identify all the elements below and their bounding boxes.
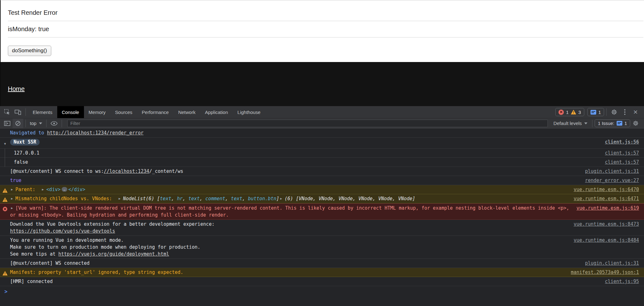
devtools-panel: ElementsConsoleMemorySourcesPerformanceN… (0, 106, 644, 306)
error-warning-counts[interactable]: ✕ 1 3 (555, 108, 584, 116)
row-icon-slot (0, 159, 14, 160)
source-location-link[interactable]: vue.runtime.esm.js:619 (576, 205, 639, 212)
console-row-log: truerender_error.vue:27 (0, 176, 644, 185)
expander-icon[interactable]: ▶ (280, 197, 282, 200)
source-location-link[interactable]: client.js:57 (605, 159, 639, 166)
close-devtools-icon[interactable]: × (630, 107, 641, 117)
live-expression-eye-icon[interactable] (49, 119, 59, 128)
console-row-warn: ▶Mismatching childNodes vs. VNodes: ▶Nod… (0, 194, 644, 203)
console-url-link[interactable]: https://github.com/vuejs/vue-devtools (10, 228, 115, 234)
console-sidebar-toggle-icon[interactable] (2, 119, 13, 128)
source-location-link[interactable]: client.js:95 (605, 278, 639, 285)
console-text: </div> (68, 187, 85, 192)
expander-icon[interactable]: ▶ (11, 206, 13, 210)
console-url-link[interactable]: //localhost:1234 (104, 168, 149, 174)
dom-ellipsis-button[interactable]: … (62, 187, 68, 192)
source-location-link[interactable]: plugin.client.js:31 (585, 260, 639, 267)
group-expander-icon[interactable]: ▼ (4, 139, 6, 147)
chevron-down-icon (39, 122, 42, 124)
row-icon-slot (0, 269, 10, 275)
console-text: , (183, 196, 188, 201)
console-url-link[interactable]: https://vuejs.org/guide/deployment.html (58, 251, 169, 257)
settings-gear-icon[interactable] (609, 107, 619, 117)
console-row-log: Navigated to http://localhost:1234/rende… (0, 128, 644, 138)
inspect-element-icon[interactable] (2, 107, 13, 117)
page-content: Test Render Error isMonday: true doSomet… (0, 0, 644, 62)
issues-button[interactable]: 1 Issue: 1 (595, 119, 630, 127)
context-label: top (30, 121, 36, 126)
console-text: Download the Vue Devtools extension for … (10, 221, 214, 227)
source-location-link[interactable]: vue.runtime.esm.js:6471 (574, 195, 639, 202)
console-message: ▶Parent: ▶<div>…</div> (10, 186, 568, 193)
tab-lighthouse[interactable]: Lighthouse (233, 106, 265, 118)
source-location-link[interactable]: manifest.20573a49.json:1 (571, 269, 639, 276)
browser-window: Test Render Error isMonday: true doSomet… (0, 0, 644, 306)
tab-memory[interactable]: Memory (84, 106, 110, 118)
row-icon-slot (0, 186, 10, 193)
expander-icon[interactable]: ▶ (42, 188, 44, 191)
clear-console-icon[interactable] (13, 119, 23, 128)
console-text: button.btn (248, 196, 276, 201)
console-prompt[interactable]: > (0, 286, 644, 294)
filter-input[interactable] (67, 120, 548, 127)
source-location-link[interactable]: vue.runtime.esm.js:6470 (574, 186, 639, 193)
do-something-button[interactable]: doSomething() (8, 46, 51, 56)
source-location-link[interactable]: client.js:57 (605, 150, 639, 156)
console-text: Manifest: property 'start_url' ignored, … (10, 269, 183, 275)
page-title: Test Render Error (8, 9, 644, 16)
console-row-log: You are running Vue in development mode.… (0, 236, 644, 259)
tab-sources[interactable]: Sources (110, 106, 137, 118)
issues-count-badge[interactable]: 1 (587, 108, 604, 116)
console-message: Download the Vue Devtools extension for … (10, 221, 568, 235)
row-icon-slot (0, 195, 10, 202)
issues-icon (617, 121, 622, 126)
source-location-link[interactable]: plugin.client.js:31 (585, 168, 639, 175)
tab-console[interactable]: Console (57, 106, 84, 118)
divider (25, 108, 26, 116)
console-text: true (10, 178, 21, 183)
divider (8, 37, 643, 37)
tab-performance[interactable]: Performance (137, 106, 174, 118)
tab-network[interactable]: Network (174, 106, 200, 118)
console-row-group: ▼Nuxt SSRclient.js:56 (0, 138, 644, 149)
row-icon-slot (0, 205, 10, 212)
row-icon-slot (0, 278, 10, 279)
console-text: 127.0.0.1 (14, 150, 39, 156)
source-location-link[interactable]: client.js:56 (605, 139, 639, 145)
console-url-link[interactable]: http://localhost:1234/render_error (47, 130, 143, 136)
issues-icon (591, 110, 596, 115)
source-location-link[interactable]: render_error.vue:27 (585, 177, 639, 184)
console-text: text (160, 196, 171, 201)
group-title-badge[interactable]: Nuxt SSR (10, 139, 40, 145)
tab-application[interactable]: Application (200, 106, 233, 118)
console-row-log: Download the Vue Devtools extension for … (0, 220, 644, 236)
console-message: false (14, 159, 599, 166)
console-message: Manifest: property 'start_url' ignored, … (10, 269, 565, 276)
expander-icon[interactable]: ▶ (11, 197, 13, 200)
console-message: true (10, 177, 579, 184)
execution-context-selector[interactable]: top (28, 121, 44, 126)
page-nav-section: Home (0, 62, 644, 106)
expander-icon[interactable]: ▶ (11, 188, 13, 191)
error-icon (3, 207, 8, 212)
error-count-icon: ✕ (558, 110, 564, 115)
console-toolbar: top Default levels 1 Issue: 1 (0, 118, 644, 128)
divider (25, 120, 26, 127)
home-link[interactable]: Home (8, 85, 25, 92)
console-text: ] (276, 196, 279, 201)
is-monday-text: isMonday: true (8, 25, 644, 33)
group-indent-guide (5, 149, 5, 158)
tabbar-right-cluster: ✕ 1 3 1 (552, 107, 644, 117)
more-options-kebab-icon[interactable] (619, 107, 630, 117)
source-location-link[interactable]: vue.runtime.esm.js:8484 (574, 237, 639, 244)
row-icon-slot (0, 168, 10, 169)
console-row-log: falseclient.js:57 (0, 158, 644, 167)
console-text: [@nuxt/content] WS connect to ws: (10, 168, 104, 174)
console-settings-gear-icon[interactable] (630, 119, 641, 128)
console-row-log: [HMR] connectedclient.js:95 (0, 277, 644, 286)
device-toolbar-icon[interactable] (13, 107, 23, 117)
tab-elements[interactable]: Elements (28, 106, 57, 118)
log-levels-dropdown[interactable]: Default levels (551, 121, 590, 126)
source-location-link[interactable]: vue.runtime.esm.js:8473 (574, 221, 639, 228)
expander-icon[interactable]: ▶ (119, 197, 120, 200)
